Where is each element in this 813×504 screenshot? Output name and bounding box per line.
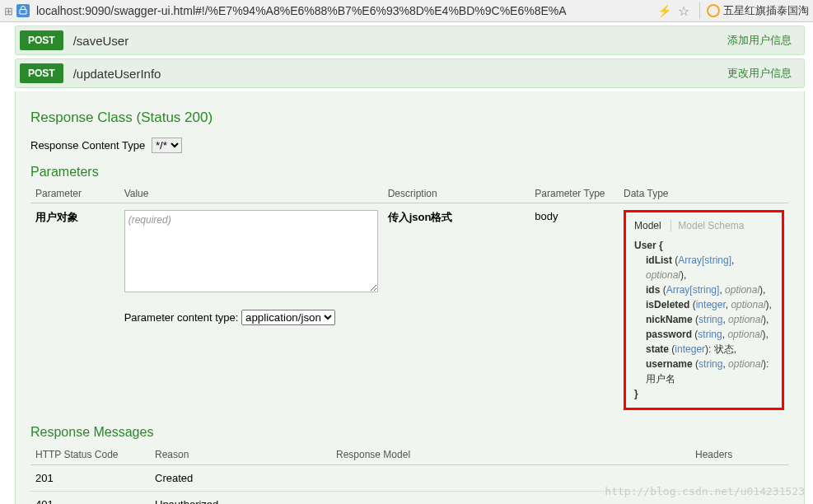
parameters-header: Parameters	[30, 165, 789, 180]
tab-model-schema[interactable]: Model Schema	[670, 220, 750, 231]
col-value: Value	[119, 184, 383, 203]
flash-icon[interactable]: ⚡	[657, 4, 671, 17]
response-messages-header: Response Messages	[30, 425, 789, 440]
col-param-type: Parameter Type	[530, 184, 619, 203]
parameters-table: Parameter Value Description Parameter Ty…	[30, 184, 789, 417]
model-signature: User { idList (Array[string], optional),…	[634, 238, 773, 401]
col-response-model: Response Model	[331, 445, 690, 465]
col-data-type: Data Type	[619, 184, 789, 203]
response-row: 401Unauthorized	[30, 492, 789, 505]
method-badge-post: POST	[20, 30, 63, 50]
param-content-type-select[interactable]: application/json	[241, 310, 335, 325]
url-field[interactable]: localhost:9090/swagger-ui.html#!/%E7%94%…	[33, 2, 654, 19]
operation-detail-panel: Response Class (Status 200) Response Con…	[15, 91, 805, 504]
param-type: body	[530, 203, 619, 418]
extension-icon[interactable]	[707, 4, 720, 17]
param-description: 传入json格式	[383, 203, 530, 418]
col-headers: Headers	[690, 445, 789, 465]
param-data-type-cell: Model Model Schema User { idList (Array[…	[619, 203, 789, 418]
endpoint-path: /updateUserInfo	[63, 67, 727, 81]
endpoint-row-saveuser[interactable]: POST /saveUser 添加用户信息	[15, 26, 805, 55]
grid-icon[interactable]: ⊞	[4, 5, 13, 17]
tab-model[interactable]: Model	[634, 220, 668, 231]
responses-table: HTTP Status Code Reason Response Model H…	[30, 445, 789, 504]
endpoint-path: /saveUser	[63, 34, 727, 48]
endpoint-row-updateuserinfo[interactable]: POST /updateUserInfo 更改用户信息	[15, 58, 805, 88]
divider	[699, 2, 700, 19]
bookmark-star-icon[interactable]: ☆	[675, 3, 693, 19]
extension-label: 五星红旗插泰国淘	[723, 3, 809, 18]
response-content-type-select[interactable]: */*	[152, 138, 182, 153]
browser-address-bar: ⊞ localhost:9090/swagger-ui.html#!/%E7%9…	[0, 0, 813, 22]
col-parameter: Parameter	[30, 184, 119, 203]
response-content-type-row: Response Content Type */*	[30, 138, 789, 153]
parameter-row: 用户对象 Parameter content type: application…	[30, 203, 789, 418]
endpoint-summary: 添加用户信息	[727, 33, 800, 48]
col-status-code: HTTP Status Code	[30, 445, 150, 465]
col-description: Description	[383, 184, 530, 203]
param-value-cell: Parameter content type: application/json	[119, 203, 383, 418]
response-row: 201Created	[30, 465, 789, 492]
param-content-type-label: Parameter content type:	[124, 311, 239, 324]
col-reason: Reason	[150, 445, 331, 465]
model-box: Model Model Schema User { idList (Array[…	[624, 210, 784, 410]
param-name: 用户对象	[30, 203, 119, 418]
response-content-type-label: Response Content Type	[30, 139, 145, 152]
endpoint-summary: 更改用户信息	[727, 66, 800, 81]
method-badge-post: POST	[20, 63, 63, 83]
param-body-input[interactable]	[124, 210, 378, 292]
site-icon	[16, 4, 30, 17]
response-class-header: Response Class (Status 200)	[30, 110, 789, 126]
